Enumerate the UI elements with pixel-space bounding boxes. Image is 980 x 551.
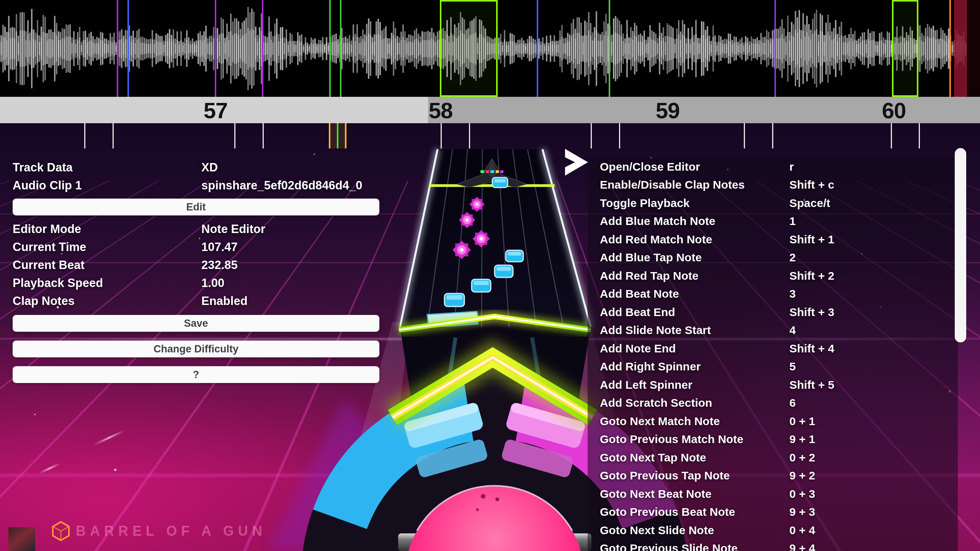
- info-value: 1.00: [201, 276, 224, 290]
- beat-tick: [84, 123, 85, 148]
- shortcut-keys: 0 + 3: [789, 487, 815, 500]
- info-label: Editor Mode: [13, 222, 201, 236]
- info-value: 232.85: [201, 258, 238, 272]
- shortcut-action: Goto Previous Slide Note: [588, 542, 738, 551]
- beat-tick: [263, 123, 264, 148]
- blue-tap-note[interactable]: [506, 250, 523, 262]
- info-value: Enabled: [201, 294, 248, 308]
- shortcut-row: Enable/Disable Clap NotesShift + c: [588, 176, 958, 194]
- shortcut-keys: 0 + 1: [789, 415, 815, 428]
- beat-tick: [919, 123, 920, 148]
- shortcut-row: Add Scratch Section6: [588, 394, 958, 412]
- info-value: 107.47: [201, 240, 238, 254]
- shortcut-row: Add Red Tap NoteShift + 2: [588, 267, 958, 285]
- shortcut-action: Add Red Tap Note: [588, 269, 699, 282]
- info-row: Track DataXD: [13, 158, 379, 176]
- beat-tick: [744, 123, 745, 148]
- waveform-panel[interactable]: [0, 0, 980, 97]
- shortcut-action: Add Scratch Section: [588, 396, 712, 409]
- info-row: Playback Speed1.00: [13, 274, 379, 292]
- help-button[interactable]: ?: [13, 366, 379, 383]
- collapse-arrow-icon[interactable]: [564, 148, 589, 176]
- edit-button[interactable]: Edit: [13, 199, 379, 215]
- shortcut-row: Goto Next Match Note0 + 1: [588, 412, 958, 430]
- beat-tick: [234, 123, 235, 148]
- shortcut-keys: Shift + 3: [789, 306, 835, 319]
- shortcut-row: Add Beat EndShift + 3: [588, 303, 958, 321]
- shortcut-keys: 0 + 4: [789, 524, 815, 537]
- shortcut-row: Goto Previous Tap Note9 + 2: [588, 467, 958, 485]
- info-label: Playback Speed: [13, 276, 201, 290]
- shortcut-row: Add Right Spinner5: [588, 358, 958, 376]
- info-row: Audio Clip 1spinshare_5ef02d6d846d4_0: [13, 176, 379, 194]
- beat-label: 58: [429, 97, 453, 123]
- playhead-marker[interactable]: [329, 123, 346, 148]
- blue-tap-note[interactable]: [492, 178, 508, 187]
- album-art-thumbnail: [8, 527, 35, 551]
- shortcut-action: Add Blue Tap Note: [588, 251, 702, 264]
- shortcut-row: Add Note EndShift + 4: [588, 339, 958, 358]
- playhead-line: [337, 123, 338, 148]
- shortcut-row: Add Blue Match Note1: [588, 212, 958, 231]
- shortcut-keys: 9 + 2: [789, 469, 815, 482]
- shortcut-row: Toggle PlaybackSpace/t: [588, 194, 958, 212]
- magenta-match-note[interactable]: [472, 230, 490, 247]
- blue-tap-note[interactable]: [472, 279, 491, 292]
- shortcut-keys: Shift + 5: [789, 378, 835, 391]
- info-row: Current Beat232.85: [13, 256, 379, 274]
- shortcut-keys: Shift + 2: [789, 269, 835, 282]
- magenta-match-note[interactable]: [452, 241, 471, 259]
- shortcut-keys: Space/t: [789, 197, 830, 210]
- timeline-ruler[interactable]: 57585960: [0, 97, 980, 123]
- shortcut-keys: 0 + 2: [789, 451, 815, 464]
- shortcut-action: Enable/Disable Clap Notes: [588, 178, 745, 191]
- shortcut-keys: 1: [789, 215, 796, 228]
- info-row: Clap NotesEnabled: [13, 292, 379, 310]
- beat-tick: [772, 123, 773, 148]
- shortcut-keys: Shift + c: [789, 178, 835, 191]
- info-label: Track Data: [13, 161, 201, 174]
- shortcut-row: Open/Close Editorr: [588, 158, 958, 176]
- song-branding: BARREL OF A GUN: [52, 521, 266, 541]
- shortcut-row: Add Red Match NoteShift + 1: [588, 230, 958, 249]
- shortcut-keys: 9 + 3: [789, 505, 815, 518]
- shortcut-keys: 5: [789, 360, 796, 373]
- shortcut-action: Add Red Match Note: [588, 233, 712, 246]
- shortcut-row: Add Left SpinnerShift + 5: [588, 376, 958, 394]
- shortcut-keys: Shift + 4: [789, 342, 835, 355]
- info-row: Current Time107.47: [13, 238, 379, 256]
- blue-tap-note[interactable]: [495, 265, 513, 277]
- beat-tick: [619, 123, 620, 148]
- beat-tick: [591, 123, 592, 148]
- beat-tick: [891, 123, 892, 148]
- shortcut-action: Open/Close Editor: [588, 160, 700, 173]
- info-value: spinshare_5ef02d6d846d4_0: [201, 179, 362, 192]
- shortcut-keys: 9 + 1: [789, 433, 815, 446]
- magenta-match-note[interactable]: [469, 197, 485, 212]
- change-difficulty-button[interactable]: Change Difficulty: [13, 341, 379, 357]
- beat-label: 59: [656, 97, 680, 123]
- shortcut-action: Goto Next Tap Note: [588, 451, 706, 464]
- shortcut-action: Add Blue Match Note: [588, 215, 715, 228]
- magenta-match-note[interactable]: [459, 212, 475, 228]
- shortcut-action: Goto Next Beat Note: [588, 487, 712, 500]
- shortcut-action: Goto Previous Beat Note: [588, 505, 735, 518]
- shortcut-row: Goto Previous Match Note9 + 1: [588, 430, 958, 449]
- shortcut-action: Add Beat Note: [588, 287, 679, 300]
- shortcuts-panel: Open/Close EditorrEnable/Disable Clap No…: [588, 158, 958, 551]
- shortcuts-scrollbar[interactable]: [955, 148, 966, 342]
- shortcut-action: Add Note End: [588, 342, 676, 355]
- save-button[interactable]: Save: [13, 315, 379, 332]
- shortcut-keys: 4: [789, 324, 796, 337]
- track-data-rows: Track DataXDAudio Clip 1spinshare_5ef02d…: [13, 158, 379, 194]
- shortcut-action: Add Left Spinner: [588, 378, 693, 391]
- editor-info-rows: Editor ModeNote EditorCurrent Time107.47…: [13, 220, 379, 310]
- shortcut-row: Goto Previous Slide Note9 + 4: [588, 540, 958, 551]
- beat-label: 60: [882, 97, 906, 123]
- editor-buttons: SaveChange Difficulty?: [13, 315, 379, 383]
- blue-tap-note[interactable]: [444, 293, 464, 306]
- info-label: Current Beat: [13, 258, 201, 272]
- spin-rhythm-note-editor: 57585960: [0, 0, 980, 551]
- shortcut-keys: 3: [789, 287, 796, 300]
- song-title: BARREL OF A GUN: [76, 523, 266, 539]
